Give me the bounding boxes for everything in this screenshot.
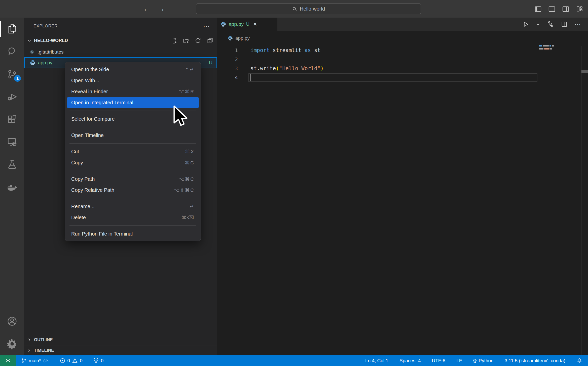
accounts-button[interactable] <box>0 310 24 333</box>
account-icon <box>7 316 18 327</box>
breadcrumb[interactable]: app.py <box>217 31 588 46</box>
open-changes-icon[interactable] <box>547 21 554 28</box>
menu-item-delete[interactable]: Delete⌘⌫ <box>67 212 199 223</box>
file-name: app.py <box>38 60 52 66</box>
activity-docker[interactable] <box>0 176 24 199</box>
notifications-bell-icon[interactable] <box>576 358 582 364</box>
run-dropdown-chevron-icon[interactable] <box>536 22 540 26</box>
new-folder-icon[interactable] <box>182 37 189 44</box>
eol-status[interactable]: LF <box>456 358 462 363</box>
activity-source-control[interactable]: 1 <box>0 63 24 85</box>
context-menu: Open to the Side⌃↵ Open With... Reveal i… <box>65 62 201 241</box>
braces-icon: {} <box>473 358 476 363</box>
activity-extensions[interactable] <box>0 108 24 131</box>
menu-item-open-with[interactable]: Open With... <box>67 75 199 86</box>
branch-status[interactable]: main* <box>21 358 49 364</box>
workspace-folder-name: HELLO-WORLD <box>34 38 68 43</box>
explorer-more-actions-icon[interactable]: ⋯ <box>203 24 210 29</box>
indentation-status[interactable]: Spaces: 4 <box>399 358 421 363</box>
menu-item-copy-relative-path[interactable]: Copy Relative Path⌥⇧⌘C <box>67 185 199 196</box>
timeline-label: TIMELINE <box>34 348 54 353</box>
errors-count: 0 <box>67 358 70 363</box>
customize-layout-icon[interactable] <box>576 5 583 13</box>
menu-item-copy[interactable]: Copy⌘C <box>67 157 199 168</box>
scrollbar-track-edge <box>581 46 581 355</box>
menu-item-run-python-file-in-terminal[interactable]: Run Python File in Terminal <box>67 228 199 239</box>
menu-item-open-timeline[interactable]: Open Timeline <box>67 130 199 141</box>
breadcrumb-item: app.py <box>235 35 250 41</box>
code-area[interactable]: 1 import streamlit as st 2 3 st.write("H… <box>217 46 588 82</box>
menu-item-cut[interactable]: Cut⌘X <box>67 146 199 157</box>
new-file-icon[interactable] <box>170 37 177 44</box>
activity-run-debug[interactable] <box>0 85 24 108</box>
activity-testing[interactable] <box>0 153 24 176</box>
current-line-highlight <box>248 73 537 82</box>
menu-item-open-in-integrated-terminal[interactable]: Open in Integrated Terminal <box>67 97 199 108</box>
close-icon[interactable]: ✕ <box>253 21 257 27</box>
ports-status[interactable]: 0 <box>93 358 104 363</box>
refresh-icon[interactable] <box>195 37 201 44</box>
split-editor-icon[interactable] <box>561 21 568 28</box>
encoding-status[interactable]: UTF-8 <box>432 358 445 363</box>
settings-button[interactable] <box>0 333 24 355</box>
remote-icon <box>5 357 11 364</box>
title-bar: ← → Hello-world <box>0 0 588 18</box>
menu-separator <box>69 111 196 111</box>
source-control-badge: 1 <box>14 75 21 82</box>
problems-status[interactable]: 0 0 <box>60 358 83 363</box>
remote-indicator[interactable] <box>0 355 16 366</box>
activity-bar: 1 <box>0 18 24 355</box>
tab-app-py[interactable]: app.py U ✕ <box>217 18 277 31</box>
python-file-icon <box>220 21 226 27</box>
run-python-file-icon[interactable] <box>522 21 529 28</box>
timeline-section-header[interactable]: TIMELINE <box>24 345 217 355</box>
command-center-search[interactable]: Hello-world <box>196 3 421 14</box>
code-line: 1 import streamlit as st <box>217 46 588 55</box>
menu-separator <box>69 225 196 226</box>
python-interpreter-status[interactable]: 3.11.5 ('streamlitenv': conda) <box>505 358 565 363</box>
git-file-icon <box>29 49 35 55</box>
activity-remote-explorer[interactable] <box>0 131 24 153</box>
file-name: .gitattributes <box>38 49 64 55</box>
language-label: Python <box>479 358 493 363</box>
cursor-position-status[interactable]: Ln 4, Col 1 <box>365 358 388 363</box>
toggle-secondary-sidebar-icon[interactable] <box>562 5 570 13</box>
tab-label: app.py <box>229 21 244 27</box>
menu-item-reveal-in-finder[interactable]: Reveal in Finder⌥⌘R <box>67 86 199 97</box>
line-number: 3 <box>217 65 238 71</box>
docker-whale-icon <box>6 181 18 193</box>
language-mode-status[interactable]: {} Python <box>473 358 493 363</box>
code-line: 2 <box>217 55 588 64</box>
files-icon <box>7 23 18 34</box>
scrollbar-thumb[interactable] <box>581 70 588 73</box>
back-icon[interactable]: ← <box>143 4 151 13</box>
menu-item-rename[interactable]: Rename...↵ <box>67 201 199 212</box>
chevron-right-icon <box>27 348 32 353</box>
forward-icon[interactable]: → <box>157 4 165 13</box>
outline-label: OUTLINE <box>34 337 53 342</box>
status-bar: main* 0 0 0 Ln 4, Col 1 Spaces: 4 UTF-8 … <box>0 355 588 366</box>
search-icon <box>292 6 297 12</box>
activity-explorer[interactable] <box>0 18 24 40</box>
editor-more-actions-icon[interactable]: ⋯ <box>574 20 581 28</box>
gear-icon <box>7 338 18 349</box>
git-status-badge: U <box>209 60 212 66</box>
file-row-gitattributes[interactable]: .gitattributes <box>24 47 217 57</box>
activity-search[interactable] <box>0 40 24 63</box>
menu-separator <box>69 127 196 127</box>
tab-git-badge: U <box>246 22 249 27</box>
menu-item-open-to-the-side[interactable]: Open to the Side⌃↵ <box>67 64 199 75</box>
remote-explorer-icon <box>7 136 18 148</box>
menu-item-select-for-compare[interactable]: Select for Compare <box>67 113 199 124</box>
minimap[interactable] <box>539 45 559 51</box>
toggle-sidebar-icon[interactable] <box>534 5 542 13</box>
collapse-all-icon[interactable] <box>207 37 213 44</box>
outline-section-header[interactable]: OUTLINE <box>24 334 217 345</box>
line-number: 2 <box>217 56 238 62</box>
menu-item-copy-path[interactable]: Copy Path⌥⌘C <box>67 173 199 185</box>
line-number: 4 <box>217 74 238 80</box>
toggle-panel-icon[interactable] <box>548 5 556 13</box>
workspace-folder-header[interactable]: HELLO-WORLD <box>24 35 217 46</box>
tab-bar: app.py U ✕ ⋯ <box>217 18 588 31</box>
code-line: 3 st.write("Hello World") <box>217 64 588 73</box>
